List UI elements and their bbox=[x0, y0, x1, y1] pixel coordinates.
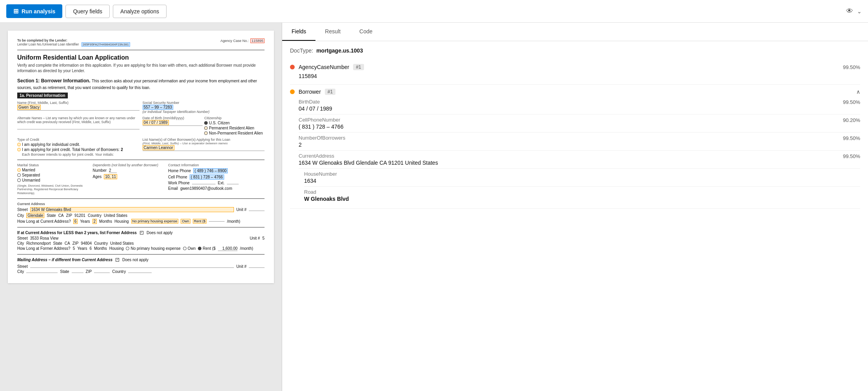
name-label: Name (First, Middle, Last, Suffix) bbox=[17, 101, 140, 105]
citizenship-field: Citizenship U.S. Citizen Permanent Resid… bbox=[204, 116, 265, 135]
marital-unmarried-radio bbox=[17, 178, 21, 182]
ssn-label: Social Security Number bbox=[143, 101, 265, 105]
does-not-apply-mailing-checkbox[interactable]: ✓ bbox=[116, 258, 119, 262]
marital-married-label: Married bbox=[22, 168, 35, 172]
marital-field: Marital Status Married Separated Unma bbox=[17, 163, 90, 195]
does-not-apply-checkbox[interactable]: ✓ bbox=[140, 231, 143, 235]
borrower-expand-icon[interactable]: ∧ bbox=[856, 89, 860, 95]
mailing-state-label: State bbox=[60, 269, 69, 274]
former-city-label: City bbox=[17, 241, 24, 246]
field-num-borrowers: NumberOfBorrowers 99.50% 2 bbox=[299, 133, 860, 151]
citizenship-pra-radio bbox=[204, 126, 208, 130]
credit-individual-option[interactable]: I am applying for individual credit. bbox=[17, 142, 140, 147]
credit-type-field: Type of Credit I am applying for individ… bbox=[17, 138, 140, 156]
road-name: Road bbox=[304, 189, 860, 195]
marital-label: Marital Status bbox=[17, 163, 90, 167]
citizenship-pra-option[interactable]: Permanent Resident Alien bbox=[204, 126, 265, 130]
toolbar-icons: 👁 ⌄ bbox=[846, 7, 862, 15]
query-fields-button[interactable]: Query fields bbox=[65, 5, 110, 18]
former-housing-no-primary-option[interactable]: No primary housing expense bbox=[126, 246, 180, 251]
ssn-field: Social Security Number 557 – 99 – 7283 (… bbox=[143, 101, 265, 114]
credit-type-label: Type of Credit bbox=[17, 138, 140, 142]
agency-case-number-name: AgencyCaseNumber bbox=[299, 64, 349, 70]
field-road: Road W Glenoaks Blvd bbox=[304, 187, 860, 204]
cell-phone-confidence: 90.20% bbox=[843, 117, 860, 123]
tab-code[interactable]: Code bbox=[350, 23, 382, 41]
dep-num-row: Number 2 bbox=[93, 168, 165, 173]
housing-no-primary-option[interactable]: No primary housing expense bbox=[131, 219, 179, 224]
former-housing-rent-option[interactable]: Rent ($ bbox=[198, 246, 216, 251]
doc-subtitle: Verify and complete the information on t… bbox=[17, 63, 265, 74]
housing-month: /month) bbox=[227, 219, 240, 224]
other-borrowers-value: Carmen Leannor bbox=[143, 145, 265, 151]
field-borrower: Borrower #1 ∧ BirthDate 99.50% 04 / 07 /… bbox=[290, 85, 860, 209]
dependents-field: Dependents (not listed by another Borrow… bbox=[93, 163, 165, 195]
dob-field: Date of Birth (mm/dd/yyyy) 04 / 07 / 198… bbox=[143, 116, 203, 135]
analyze-options-button[interactable]: Analyze options bbox=[113, 5, 167, 18]
tabs-bar: Fields Result Code bbox=[282, 23, 868, 41]
num-borrowers-value: 2 bbox=[299, 142, 860, 148]
home-phone-row: Home Phone ( 489 ) 746 – 8900 bbox=[168, 168, 265, 173]
citizenship-npra-option[interactable]: Non-Permanent Resident Alien bbox=[204, 131, 265, 135]
citizenship-options: U.S. Citizen Permanent Resident Alien No… bbox=[204, 121, 265, 135]
section-divider-4 bbox=[17, 227, 265, 227]
ssn-value-row: 557 – 99 – 7283 bbox=[143, 105, 265, 110]
years-former: 5 bbox=[73, 246, 75, 251]
years-label: Years bbox=[80, 219, 90, 224]
field-agency-case-number-header: AgencyCaseNumber #1 99.50% bbox=[290, 64, 860, 70]
credit-joint-radio bbox=[17, 148, 21, 151]
doc-header-left: To be completed by the Lender: Lender Lo… bbox=[17, 38, 130, 47]
email-value: gwen19890407@outlook.com bbox=[180, 186, 232, 191]
birthdate-row: BirthDate 99.50% bbox=[299, 99, 860, 105]
how-long-current-label: How Long at Current Address? bbox=[17, 219, 71, 224]
housing-rent-option[interactable]: Rent ($ bbox=[193, 219, 207, 224]
field-cell-phone: CellPhoneNumber 90.20% ( 831 ) 728 – 476… bbox=[299, 115, 860, 133]
former-state-value: CA bbox=[65, 241, 70, 246]
mailing-country-value bbox=[128, 273, 152, 273]
credit-joint-option[interactable]: I am applying for joint credit. Total Nu… bbox=[17, 147, 140, 152]
eye-icon[interactable]: 👁 bbox=[846, 7, 853, 15]
marital-separated-option[interactable]: Separated bbox=[17, 173, 90, 177]
doc-title: Uniform Residential Loan Application bbox=[17, 54, 265, 61]
section1-header: Section 1: Borrower Information. This se… bbox=[17, 78, 265, 91]
marital-married-radio bbox=[17, 168, 21, 172]
email-row: Email gwen19890407@outlook.com bbox=[168, 186, 265, 191]
housing-no-primary-radio: No primary housing expense bbox=[131, 219, 179, 224]
credit-individual-label: I am applying for individual credit. bbox=[22, 142, 80, 147]
zip-label: ZIP bbox=[66, 213, 72, 218]
ssn-value: 557 – 99 – 7283 bbox=[143, 105, 173, 110]
altnames-dob-row: Alternate Names – List any names by whic… bbox=[17, 116, 265, 135]
housing-own-option[interactable]: Own bbox=[181, 219, 190, 224]
housing-label: Housing bbox=[114, 219, 129, 224]
former-housing-own-radio bbox=[183, 247, 187, 250]
former-housing-label: Housing bbox=[109, 246, 124, 251]
run-analysis-button[interactable]: ⊞ Run analysis bbox=[6, 4, 62, 18]
mailing-country-label: Country bbox=[112, 269, 126, 274]
marital-married-option[interactable]: Married bbox=[17, 168, 90, 172]
cell-phone-value: ( 831 ) 728 – 4766 bbox=[190, 175, 224, 180]
former-street-label: Street bbox=[17, 236, 28, 240]
current-address-name-right: CurrentAddress bbox=[299, 153, 334, 159]
mailing-state-value bbox=[72, 273, 83, 273]
marital-separated-label: Separated bbox=[22, 173, 40, 177]
citizenship-npra-label: Non-Permanent Resident Alien bbox=[209, 131, 263, 135]
citizenship-us-option[interactable]: U.S. Citizen bbox=[204, 121, 265, 125]
tab-result[interactable]: Result bbox=[315, 23, 350, 41]
months-current: 2 bbox=[92, 219, 97, 224]
street-label: Street bbox=[17, 207, 28, 212]
current-address-city-row: City Glendale State CA ZIP 91201 Country… bbox=[17, 213, 265, 218]
dependents-label: Dependents (not listed by another Borrow… bbox=[93, 163, 165, 167]
house-number-name: HouseNumber bbox=[304, 171, 860, 177]
field-borrower-header: Borrower #1 ∧ bbox=[290, 89, 860, 95]
other-borrowers-text: Carmen Leannor bbox=[143, 145, 174, 150]
tab-fields[interactable]: Fields bbox=[282, 23, 315, 41]
chevron-down-icon[interactable]: ⌄ bbox=[857, 8, 862, 15]
borrower-badge: #1 bbox=[325, 89, 335, 95]
current-address-street-row: Street 1634 W Glenoaks Blvd Unit # bbox=[17, 207, 265, 212]
agency-case-number-confidence: 99.50% bbox=[843, 64, 860, 70]
former-housing-rent-label: Rent ($ bbox=[203, 246, 216, 251]
marital-unmarried-option[interactable]: Unmarried bbox=[17, 178, 90, 182]
does-not-apply-mailing-text: Does not apply bbox=[122, 258, 149, 262]
how-long-former-label: How Long at Former Address? bbox=[17, 246, 71, 251]
former-housing-own-option[interactable]: Own bbox=[183, 246, 196, 251]
